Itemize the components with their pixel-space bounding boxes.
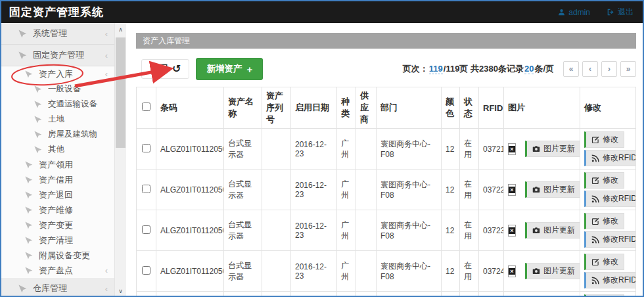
cell-serial: [262, 170, 291, 210]
sidebar-menu-item[interactable]: 房屋及建筑物: [1, 127, 114, 142]
col-header-color: 颜色: [442, 87, 460, 129]
sidebar-menu-item[interactable]: 附属设备变更: [1, 248, 114, 263]
cell-status: 在用: [460, 129, 479, 170]
edit-button[interactable]: 修改: [584, 294, 624, 297]
assets-table: 条码 资产名称 资产序列号 启用日期 种类 供应商 部门 颜色 状态 RFID …: [136, 87, 636, 297]
user-account-link[interactable]: admin: [558, 8, 590, 17]
sidebar-menu-item[interactable]: 资产借用: [1, 172, 114, 187]
edit-rfid-button[interactable]: 修改RFID: [584, 150, 636, 166]
table-row: ALGZ01IT0112050015 台式显示器 2016-12-23 广州 寰…: [137, 170, 636, 210]
user-icon: [558, 9, 565, 16]
sidebar-menu-item[interactable]: 一般设备: [1, 81, 114, 97]
sidebar: 系统管理 ‹ 固定资产管理 ‹ 资产入库 ‹: [1, 23, 126, 297]
sidebar-menu-item[interactable]: 资产变更: [1, 217, 114, 233]
sidebar-item-label: 资产领用: [39, 159, 108, 171]
camera-icon: [532, 186, 540, 194]
row-checkbox[interactable]: [142, 266, 150, 275]
sidebar-menu-item[interactable]: 资产维修: [1, 202, 114, 217]
row-checkbox[interactable]: [142, 144, 150, 152]
image-update-button[interactable]: 图片更新: [525, 222, 580, 239]
camera-icon: [532, 267, 540, 275]
select-all-checkbox[interactable]: [142, 103, 150, 111]
sidebar-item-label: 固定资产管理: [33, 49, 105, 61]
back-label: 返回: [150, 63, 168, 75]
sidebar-item-label: 房屋及建筑物: [48, 129, 108, 140]
logout-link[interactable]: 退出: [607, 7, 633, 18]
plus-icon: +: [246, 64, 252, 74]
image-update-button[interactable]: 图片更新: [525, 263, 580, 279]
image-update-button[interactable]: 图片更新: [525, 181, 580, 198]
sidebar-menu-item[interactable]: 资产盘点 ‹: [1, 263, 114, 278]
scroll-up-icon[interactable]: ∧: [115, 24, 126, 35]
first-page-button[interactable]: «: [563, 61, 579, 77]
cell-category: 广州: [337, 251, 356, 292]
sidebar-menu-item[interactable]: 仓库管理 ‹: [1, 278, 114, 297]
cell-date: 2016-12-23: [291, 251, 337, 292]
cell-serial: [262, 129, 291, 170]
sidebar-menu-item[interactable]: 资产入库 ‹: [1, 66, 114, 81]
cell-serial: [262, 292, 291, 297]
undo-icon: ↺: [172, 64, 181, 74]
cell-color: 12: [442, 170, 460, 210]
send-icon: [25, 237, 33, 244]
broken-image-icon: ×: [508, 225, 516, 237]
send-icon: [18, 285, 27, 293]
sidebar-menu-item[interactable]: 固定资产管理 ‹: [1, 45, 114, 66]
send-icon: [34, 85, 42, 93]
sidebar-scrollbar[interactable]: ∧ ∨: [114, 23, 126, 297]
chevron-left-icon: ‹: [105, 29, 108, 39]
broken-image-icon: ×: [508, 184, 516, 196]
sidebar-item-label: 附属设备变更: [39, 250, 108, 262]
cell-date: 2016-12-23: [291, 292, 337, 297]
edit-button[interactable]: 修改: [584, 131, 624, 148]
edit-button[interactable]: 修改: [584, 213, 624, 229]
sidebar-menu-item[interactable]: 交通运输设备: [1, 97, 114, 112]
cell-serial: [262, 251, 291, 292]
col-header-name: 资产名称: [224, 87, 262, 129]
cell-date: 2016-12-23: [291, 129, 337, 170]
cell-status: 在用: [460, 292, 479, 297]
scroll-down-icon[interactable]: ∨: [115, 286, 126, 297]
toolbar: 返回 ↺ 新增资产 + 页次： 119 /119页 共2380条记录 20 条/…: [141, 58, 636, 80]
table-row: ALGZ01IT0112050017 台式显示器 2016-12-23 广州 寰…: [137, 251, 636, 292]
next-page-button[interactable]: ›: [601, 61, 617, 77]
sidebar-menu-item[interactable]: 系统管理 ‹: [1, 23, 114, 45]
sidebar-menu-item[interactable]: 资产领用: [1, 157, 114, 172]
rss-icon: [591, 277, 599, 285]
sidebar-item-label: 一般设备: [48, 83, 108, 95]
edit-icon: [591, 177, 599, 185]
back-button[interactable]: 返回 ↺: [141, 59, 189, 79]
prev-page-button[interactable]: ‹: [582, 61, 598, 77]
sidebar-menu-item[interactable]: 其他: [1, 142, 114, 157]
add-asset-button[interactable]: 新增资产 +: [196, 58, 263, 80]
row-checkbox[interactable]: [142, 225, 150, 234]
cell-name: 台式显示器: [224, 170, 262, 210]
cell-supplier: [356, 129, 377, 170]
cell-barcode: ALGZ01IT0112050017: [156, 251, 224, 292]
chevron-left-icon: ‹: [105, 51, 108, 60]
image-update-button[interactable]: 图片更新: [525, 141, 580, 157]
edit-rfid-button[interactable]: 修改RFID: [584, 191, 636, 207]
sidebar-menu-item[interactable]: 资产清理: [1, 233, 114, 248]
app-title: 固定资产管理系统: [9, 5, 104, 20]
col-header-picture: 图片: [504, 87, 580, 129]
cell-status: 在用: [460, 251, 479, 292]
sidebar-menu-item[interactable]: 土地: [1, 112, 114, 127]
current-page-link[interactable]: 119: [429, 64, 443, 74]
cell-barcode: ALGZ01IT0112050015: [156, 170, 224, 210]
edit-button[interactable]: 修改: [584, 172, 624, 189]
cell-color: 12: [442, 251, 460, 292]
edit-icon: [591, 258, 599, 266]
cell-department: 寰图商务中心-F08: [377, 251, 442, 292]
edit-rfid-button[interactable]: 修改RFID: [584, 231, 636, 248]
row-checkbox[interactable]: [142, 185, 150, 193]
last-page-button[interactable]: »: [620, 61, 636, 77]
page-size-link[interactable]: 20: [524, 64, 534, 74]
col-header-date: 启用日期: [291, 87, 337, 129]
scrollbar-thumb[interactable]: [116, 37, 126, 148]
send-icon: [25, 221, 33, 229]
edit-button[interactable]: 修改: [584, 254, 624, 270]
sidebar-menu-item[interactable]: 资产退回: [1, 187, 114, 202]
sidebar-item-label: 系统管理: [33, 28, 105, 39]
edit-rfid-button[interactable]: 修改RFID: [584, 272, 636, 288]
